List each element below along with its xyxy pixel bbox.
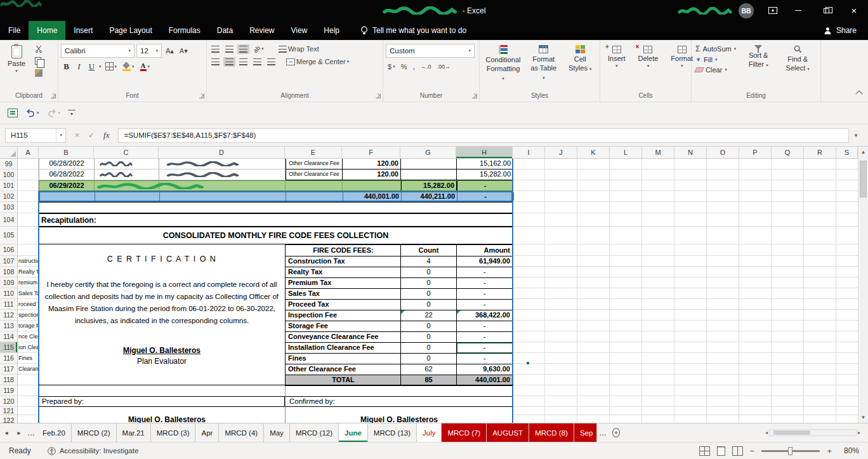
column-header-Q[interactable]: Q [772,147,804,158]
ribbon-tab-review[interactable]: Review [241,21,282,40]
sheet-tab-mrcd-8-[interactable]: MRCD (8) [529,423,574,442]
zoom-in-button[interactable]: + [827,446,832,456]
ribbon-tab-home[interactable]: Home [29,21,65,40]
fee-row-amount[interactable]: 368,422.00 [457,310,513,321]
cell-D102[interactable] [160,192,286,201]
fee-row-count[interactable]: 4 [401,256,457,267]
row-header-120[interactable]: 120 [0,396,17,407]
increase-decimal-button[interactable]: ←.0 [419,62,433,71]
prepared-by-name[interactable]: Miguel O. Ballesteros [94,415,240,423]
column-header-J[interactable]: J [545,147,577,158]
row-header-108[interactable]: 108 [0,267,17,277]
sheet-tab-mrcd-4-[interactable]: MRCD (4) [219,423,264,442]
middle-align-button[interactable] [223,44,235,54]
name-box-dropdown-icon[interactable]: ▾ [56,129,65,142]
share-button[interactable]: Share [824,26,857,35]
fee-row-amount[interactable]: - [457,321,513,332]
zoom-out-button[interactable]: − [750,446,755,456]
row-header-102[interactable]: 102 [0,191,17,202]
clear-button[interactable]: Clear▾ [694,65,737,74]
borders-button[interactable]: ▾ [103,61,119,72]
empty-bordered-row[interactable] [39,202,513,213]
fee-row-count[interactable]: 0 [401,300,457,310]
formula-input[interactable]: =SUMIF($E$7:$E$48,A115,$F$7:$F$48) [118,128,849,143]
consolidated-title-cell[interactable]: CONSOLIDATED MONTHLY FIRE CODE FEES COLL… [39,227,513,244]
page-break-preview-button[interactable] [732,446,743,456]
cell-F100[interactable]: 120.00 [343,170,401,180]
row-header-105[interactable]: 105 [0,227,17,244]
confirmed-by-name[interactable]: Miguel O. Ballesteros [342,415,456,423]
fee-row-count[interactable]: 0 [401,354,457,364]
align-left-button[interactable] [209,57,221,67]
cell-B100[interactable]: 06/28/2022 [39,170,95,180]
paste-button[interactable]: Paste ▾ [3,43,30,78]
fee-row-name[interactable]: Storage Fee [286,321,401,332]
fee-row-count[interactable]: 0 [401,289,457,300]
fee-row-amount[interactable]: - [457,267,513,278]
row-header-106[interactable]: 106 [0,244,17,256]
column-header-A[interactable]: A [18,147,39,158]
horizontal-scroll-track[interactable] [769,429,857,436]
column-header-F[interactable]: F [342,147,400,158]
column-header-K[interactable]: K [577,147,610,158]
restore-button[interactable] [812,0,840,21]
cell-F99[interactable]: 120.00 [343,159,401,170]
align-right-button[interactable] [237,57,249,67]
column-header-P[interactable]: P [739,147,772,158]
cell-H99[interactable]: 15,162.00 [457,159,513,170]
column-header-G[interactable]: G [400,147,456,158]
row-header-121[interactable]: 121 [0,407,17,415]
accounting-format-button[interactable]: $▾ [386,62,397,72]
insert-cells-button[interactable]: + Insert▾ [603,43,631,69]
column-header-O[interactable]: O [707,147,739,158]
fee-row-count[interactable]: 0 [401,278,457,289]
ribbon-display-options-button[interactable] [761,0,784,21]
sheet-tab-mrcd-7-[interactable]: MRCD (7) [442,423,487,442]
customize-qat-button[interactable]: ▾ [68,110,76,117]
vertical-scrollbar[interactable]: ▲ ▼ [858,147,868,423]
decrease-font-size-button[interactable]: A▾ [178,46,190,57]
row-header-99[interactable]: 99 [0,159,17,170]
minimize-button[interactable] [784,0,812,21]
row-header-110[interactable]: 110 [0,288,17,299]
number-format-select[interactable]: Custom▾ [386,44,475,58]
fee-row-name[interactable]: Other Clearance Fee [286,364,401,375]
fee-row-count[interactable]: 0 [401,343,457,354]
normal-view-button[interactable] [699,446,710,456]
align-center-button[interactable] [223,57,235,67]
column-header-M[interactable]: M [642,147,674,158]
font-name-select[interactable]: Calibri▾ [61,44,135,58]
fee-row-amount[interactable]: - [457,300,513,310]
alignment-dialog-launcher[interactable] [376,93,381,98]
column-header-S[interactable]: S [836,147,858,158]
column-header-E[interactable]: E [285,147,342,158]
column-header-N[interactable]: N [674,147,707,158]
avatar[interactable]: BB [739,3,754,18]
fee-row-name[interactable]: Installation Clearance Fee [286,343,401,354]
cell-E100[interactable]: Other Clearance Fee [286,170,343,180]
row-header-111[interactable]: 111 [0,299,17,310]
delete-cells-button[interactable]: × Delete▾ [633,43,664,69]
sheet-tab-sep[interactable]: Sep [574,423,597,442]
collapse-ribbon-button[interactable] [855,90,862,97]
cell-B102[interactable] [40,192,95,201]
scroll-up-arrow[interactable]: ▲ [858,149,868,155]
row-header-116[interactable]: 116 [0,353,17,364]
fee-row-amount[interactable]: 9,630.00 [457,364,513,375]
cell-G102[interactable]: 440,211.00 [402,192,457,201]
enter-button[interactable]: ✓ [88,131,95,140]
prepared-by-cell[interactable]: Prepared by: [39,396,285,407]
cancel-button[interactable]: × [75,131,79,140]
clipboard-dialog-launcher[interactable] [51,93,56,98]
column-header-L[interactable]: L [610,147,642,158]
undo-button[interactable]: ▾ [25,109,39,117]
fee-row-count[interactable]: 0 [401,267,457,278]
format-painter-button[interactable] [33,68,47,78]
zoom-slider-thumb[interactable] [788,447,792,455]
sheet-tab-mrcd-12-[interactable]: MRCD (12) [290,423,339,442]
decrease-indent-button[interactable] [251,57,263,67]
cell-F102[interactable]: 440,001.00 [343,192,402,201]
name-box[interactable]: H115 ▾ [5,128,66,143]
more-sheets-right-button[interactable]: … [597,423,608,442]
row-header-109[interactable]: 109 [0,277,17,288]
